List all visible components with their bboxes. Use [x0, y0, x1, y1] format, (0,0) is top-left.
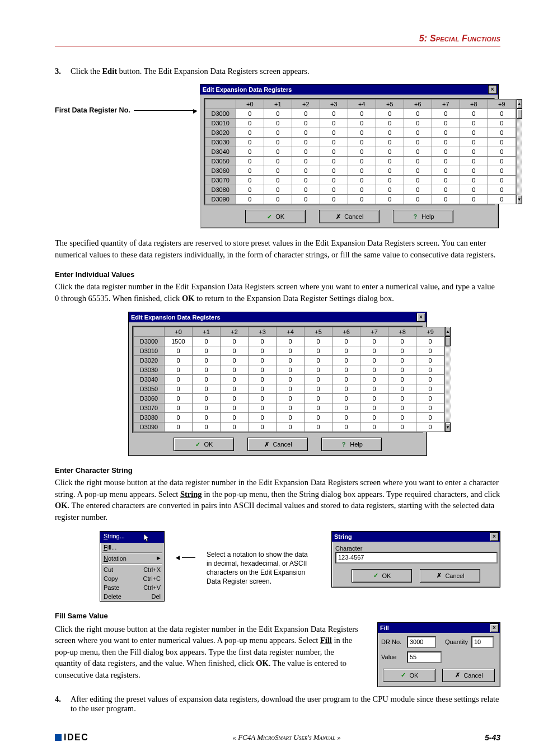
row-header[interactable]: D3080 — [205, 185, 236, 195]
grid-cell[interactable]: 0 — [249, 384, 277, 394]
grid-cell[interactable]: 0 — [416, 375, 444, 384]
grid-cell[interactable]: 0 — [277, 394, 305, 403]
value-input[interactable]: 55 — [407, 651, 442, 663]
grid-cell[interactable]: 0 — [404, 138, 432, 147]
grid-cell[interactable]: 0 — [277, 356, 305, 365]
grid-cell[interactable]: 0 — [236, 128, 264, 138]
grid-cell[interactable]: 0 — [460, 119, 488, 128]
grid-cell[interactable]: 0 — [165, 394, 193, 403]
grid-cell[interactable]: 0 — [348, 119, 376, 128]
grid-cell[interactable]: 0 — [404, 119, 432, 128]
grid-cell[interactable]: 0 — [249, 394, 277, 403]
grid-cell[interactable]: 0 — [432, 157, 460, 166]
grid-cell[interactable]: 0 — [292, 185, 320, 195]
grid-cell[interactable]: 0 — [305, 403, 332, 413]
grid-cell[interactable]: 0 — [236, 185, 264, 195]
grid-cell[interactable]: 0 — [193, 375, 221, 384]
close-icon[interactable]: × — [490, 532, 499, 541]
grid-cell[interactable]: 0 — [249, 375, 277, 384]
grid-cell[interactable]: 0 — [305, 356, 332, 365]
grid-cell[interactable]: 0 — [320, 195, 348, 204]
grid-cell[interactable]: 0 — [376, 166, 404, 176]
grid-cell[interactable]: 0 — [360, 403, 388, 413]
grid-cell[interactable]: 0 — [277, 422, 305, 432]
menu-delete[interactable]: DeleteDel — [100, 592, 164, 601]
ok-button[interactable]: ✓OK — [383, 669, 435, 682]
grid-cell[interactable]: 0 — [348, 185, 376, 195]
grid-cell[interactable]: 0 — [376, 176, 404, 185]
grid-cell[interactable]: 0 — [460, 109, 488, 119]
grid-cell[interactable]: 0 — [332, 375, 360, 384]
scroll-track[interactable] — [517, 119, 522, 195]
grid-cell[interactable]: 0 — [236, 166, 264, 176]
menu-fill[interactable]: Fill... — [100, 543, 164, 552]
grid-cell[interactable]: 0 — [221, 356, 249, 365]
grid-cell[interactable]: 0 — [416, 403, 444, 413]
grid-cell[interactable]: 0 — [332, 403, 360, 413]
scroll-up-icon[interactable]: ▲ — [445, 327, 451, 336]
grid-cell[interactable]: 0 — [416, 337, 444, 346]
grid-cell[interactable]: 0 — [320, 109, 348, 119]
grid-cell[interactable]: 0 — [376, 185, 404, 195]
grid-cell[interactable]: 0 — [305, 365, 332, 375]
grid-cell[interactable]: 0 — [348, 157, 376, 166]
grid-cell[interactable]: 0 — [388, 413, 416, 422]
grid-cell[interactable]: 0 — [292, 157, 320, 166]
grid-cell[interactable]: 0 — [264, 109, 292, 119]
grid-cell[interactable]: 0 — [432, 109, 460, 119]
row-header[interactable]: D3070 — [205, 176, 236, 185]
grid-cell[interactable]: 0 — [292, 138, 320, 147]
grid-cell[interactable]: 0 — [165, 346, 193, 356]
grid-cell[interactable]: 0 — [264, 185, 292, 195]
grid-cell[interactable]: 0 — [388, 403, 416, 413]
grid-cell[interactable]: 0 — [388, 394, 416, 403]
grid-cell[interactable]: 0 — [416, 413, 444, 422]
row-header[interactable]: D3050 — [205, 157, 236, 166]
grid-cell[interactable]: 0 — [360, 356, 388, 365]
grid-cell[interactable]: 0 — [264, 128, 292, 138]
grid-cell[interactable]: 0 — [236, 176, 264, 185]
drno-input[interactable]: 3000 — [407, 636, 436, 648]
grid-cell[interactable]: 0 — [249, 422, 277, 432]
grid-cell[interactable]: 0 — [320, 185, 348, 195]
grid-cell[interactable]: 0 — [292, 176, 320, 185]
grid-cell[interactable]: 0 — [193, 384, 221, 394]
grid-cell[interactable]: 0 — [193, 394, 221, 403]
grid-cell[interactable]: 0 — [432, 128, 460, 138]
grid-cell[interactable]: 0 — [236, 138, 264, 147]
grid-cell[interactable]: 0 — [165, 356, 193, 365]
close-icon[interactable]: × — [490, 623, 499, 632]
grid-cell[interactable]: 0 — [488, 147, 516, 157]
menu-notation[interactable]: Notation▶ — [100, 554, 164, 563]
grid-cell[interactable]: 0 — [292, 166, 320, 176]
grid-cell[interactable]: 0 — [249, 337, 277, 346]
grid-cell[interactable]: 0 — [249, 346, 277, 356]
grid-cell[interactable]: 0 — [388, 356, 416, 365]
grid-cell[interactable]: 0 — [360, 337, 388, 346]
menu-string[interactable]: String... — [100, 532, 164, 543]
row-header[interactable]: D3080 — [134, 413, 165, 422]
grid-cell[interactable]: 0 — [165, 413, 193, 422]
grid-cell[interactable]: 0 — [376, 147, 404, 157]
grid-cell[interactable]: 0 — [460, 176, 488, 185]
grid-cell[interactable]: 0 — [376, 109, 404, 119]
grid-cell[interactable]: 0 — [221, 365, 249, 375]
grid-cell[interactable]: 0 — [277, 375, 305, 384]
grid-cell[interactable]: 0 — [264, 176, 292, 185]
grid-cell[interactable]: 0 — [305, 413, 332, 422]
ok-button[interactable]: ✓OK — [245, 210, 306, 223]
grid-cell[interactable]: 0 — [332, 413, 360, 422]
grid-cell[interactable]: 0 — [320, 138, 348, 147]
row-header[interactable]: D3030 — [205, 138, 236, 147]
cancel-button[interactable]: ✗Cancel — [442, 669, 495, 682]
grid-cell[interactable]: 0 — [221, 346, 249, 356]
grid-cell[interactable]: 0 — [404, 109, 432, 119]
row-header[interactable]: D3010 — [134, 346, 165, 356]
grid-cell[interactable]: 0 — [264, 157, 292, 166]
grid-cell[interactable]: 0 — [221, 384, 249, 394]
grid-cell[interactable]: 0 — [236, 195, 264, 204]
row-header[interactable]: D3090 — [134, 422, 165, 432]
grid-cell[interactable]: 0 — [332, 356, 360, 365]
row-header[interactable]: D3040 — [134, 375, 165, 384]
grid-cell[interactable]: 0 — [305, 394, 332, 403]
